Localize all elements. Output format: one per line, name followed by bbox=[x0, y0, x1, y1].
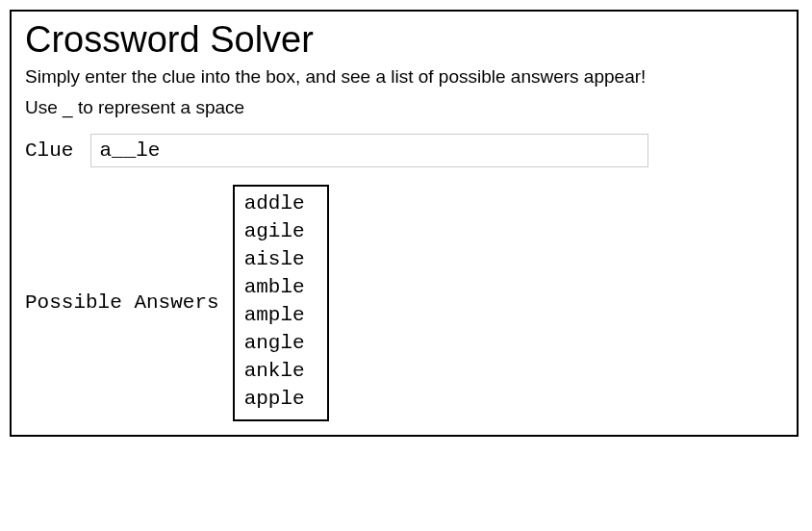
answers-label: Possible Answers bbox=[25, 291, 219, 314]
page-title: Crossword Solver bbox=[25, 19, 783, 61]
usage-hint: Use _ to represent a space bbox=[25, 97, 783, 118]
answers-row: Possible Answers addle agile aisle amble… bbox=[25, 185, 783, 421]
answer-item: amble bbox=[244, 274, 316, 302]
page-subtitle: Simply enter the clue into the box, and … bbox=[25, 66, 783, 88]
answer-item: apple bbox=[244, 386, 316, 414]
answer-item: ankle bbox=[244, 358, 316, 386]
answer-item: ample bbox=[244, 302, 316, 330]
answer-item: addle bbox=[244, 190, 316, 218]
clue-input[interactable] bbox=[90, 134, 648, 167]
clue-row: Clue bbox=[25, 134, 783, 167]
answer-item: angle bbox=[244, 330, 316, 358]
answer-item: agile bbox=[244, 218, 316, 246]
clue-label: Clue bbox=[25, 139, 73, 162]
answers-box: addle agile aisle amble ample angle ankl… bbox=[233, 185, 329, 421]
app-container: Crossword Solver Simply enter the clue i… bbox=[10, 10, 799, 437]
answer-item: aisle bbox=[244, 246, 316, 274]
